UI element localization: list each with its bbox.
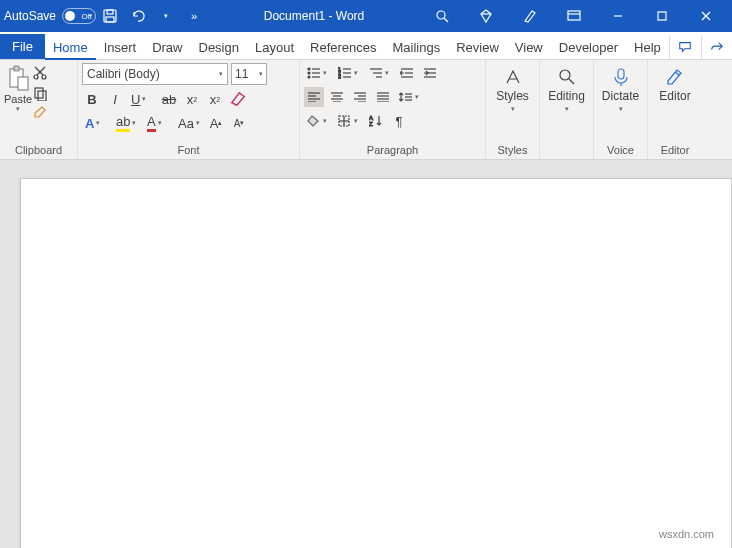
premium-icon[interactable] (464, 2, 508, 30)
svg-rect-13 (14, 66, 19, 71)
tab-help[interactable]: Help (626, 36, 669, 59)
bold-button[interactable]: B (82, 89, 102, 109)
align-center-button[interactable] (327, 87, 347, 107)
maximize-icon[interactable] (640, 2, 684, 30)
group-voice: Dictate ▾ Voice (594, 60, 648, 159)
paste-button[interactable]: Paste ▾ (4, 63, 32, 144)
autosave-control[interactable]: AutoSave Off (4, 8, 96, 24)
font-color-button[interactable]: A▾ (144, 113, 172, 133)
paste-label: Paste (4, 93, 32, 105)
borders-button[interactable]: ▾ (335, 111, 363, 131)
minimize-icon[interactable] (596, 2, 640, 30)
italic-button[interactable]: I (105, 89, 125, 109)
multilevel-list-button[interactable]: ▾ (366, 63, 394, 83)
svg-line-4 (444, 18, 448, 22)
paste-dropdown-icon[interactable]: ▾ (16, 105, 20, 113)
sort-button[interactable]: AZ (366, 111, 386, 131)
highlight-button[interactable]: ab▾ (113, 113, 141, 133)
shading-button[interactable]: ▾ (304, 111, 332, 131)
svg-rect-9 (658, 12, 666, 20)
svg-text:3: 3 (338, 74, 341, 79)
close-icon[interactable] (684, 2, 728, 30)
superscript-button[interactable]: x2 (205, 89, 225, 109)
group-clipboard: Paste ▾ Clipboard (0, 60, 78, 159)
autosave-toggle[interactable]: Off (62, 8, 96, 24)
tab-developer[interactable]: Developer (551, 36, 626, 59)
tab-home[interactable]: Home (45, 36, 96, 60)
quick-access-more-icon[interactable]: » (180, 2, 208, 30)
svg-line-69 (675, 72, 679, 75)
editing-label (540, 156, 593, 159)
svg-rect-20 (38, 91, 46, 101)
font-label: Font (78, 144, 299, 159)
grow-font-button[interactable]: A▴ (206, 113, 226, 133)
format-painter-icon[interactable] (32, 105, 48, 121)
show-marks-button[interactable]: ¶ (389, 111, 409, 131)
svg-point-15 (34, 75, 38, 79)
text-effects-button[interactable]: A▾ (82, 113, 110, 133)
line-spacing-button[interactable]: ▾ (396, 87, 424, 107)
group-styles: Styles ▾ Styles (486, 60, 540, 159)
tab-review[interactable]: Review (448, 36, 507, 59)
dictate-button[interactable]: Dictate ▾ (598, 63, 643, 144)
svg-point-3 (437, 11, 445, 19)
align-left-button[interactable] (304, 87, 324, 107)
svg-rect-19 (35, 88, 43, 98)
document-canvas[interactable] (0, 160, 732, 548)
font-name-select[interactable]: Calibri (Body)▾ (82, 63, 228, 85)
styles-button[interactable]: Styles ▾ (490, 63, 535, 144)
svg-rect-1 (107, 10, 113, 14)
svg-point-21 (308, 68, 310, 70)
tab-references[interactable]: References (302, 36, 384, 59)
svg-rect-14 (18, 77, 28, 90)
shrink-font-button[interactable]: A▾ (229, 113, 249, 133)
justify-button[interactable] (373, 87, 393, 107)
paragraph-label: Paragraph (300, 144, 485, 159)
tab-view[interactable]: View (507, 36, 551, 59)
svg-point-23 (308, 72, 310, 74)
editor-label: Editor (648, 144, 702, 159)
group-font: Calibri (Body)▾ 11▾ B I U▾ ab x2 x2 A▾ a… (78, 60, 300, 159)
change-case-button[interactable]: Aa▾ (175, 113, 203, 133)
tab-layout[interactable]: Layout (247, 36, 302, 59)
editing-button[interactable]: Editing ▾ (544, 63, 589, 156)
decrease-indent-button[interactable] (397, 63, 417, 83)
group-paragraph: ▾ 123▾ ▾ ▾ ▾ ▾ AZ ¶ (300, 60, 486, 159)
svg-line-67 (569, 79, 574, 84)
save-icon[interactable] (96, 2, 124, 30)
group-editing: Editing ▾ (540, 60, 594, 159)
window-title: Document1 - Word (208, 9, 420, 23)
tab-design[interactable]: Design (191, 36, 247, 59)
undo-icon[interactable] (124, 2, 152, 30)
increase-indent-button[interactable] (420, 63, 440, 83)
editor-button[interactable]: Editor (652, 63, 698, 144)
font-size-select[interactable]: 11▾ (231, 63, 267, 85)
bullets-button[interactable]: ▾ (304, 63, 332, 83)
clear-format-icon[interactable] (228, 89, 248, 109)
document-page[interactable] (20, 178, 732, 548)
search-icon[interactable] (420, 2, 464, 30)
autosave-state: Off (82, 12, 93, 21)
group-editor: Editor Editor (648, 60, 702, 159)
title-bar: AutoSave Off ▾ » Document1 - Word (0, 0, 732, 32)
subscript-button[interactable]: x2 (182, 89, 202, 109)
cut-icon[interactable] (32, 65, 48, 81)
tab-draw[interactable]: Draw (144, 36, 190, 59)
autosave-knob (65, 11, 75, 21)
svg-rect-68 (618, 69, 624, 79)
tab-insert[interactable]: Insert (96, 36, 145, 59)
designer-icon[interactable] (508, 2, 552, 30)
ribbon-tabs: File Home Insert Draw Design Layout Refe… (0, 32, 732, 60)
ribbon-display-icon[interactable] (552, 2, 596, 30)
underline-button[interactable]: U▾ (128, 89, 156, 109)
strikethrough-button[interactable]: ab (159, 89, 179, 109)
comments-icon[interactable] (669, 35, 701, 59)
svg-text:Z: Z (369, 121, 373, 127)
align-right-button[interactable] (350, 87, 370, 107)
undo-dropdown-icon[interactable]: ▾ (152, 2, 180, 30)
copy-icon[interactable] (32, 85, 48, 101)
share-icon[interactable] (701, 35, 732, 59)
tab-file[interactable]: File (0, 34, 45, 59)
numbering-button[interactable]: 123▾ (335, 63, 363, 83)
tab-mailings[interactable]: Mailings (385, 36, 449, 59)
